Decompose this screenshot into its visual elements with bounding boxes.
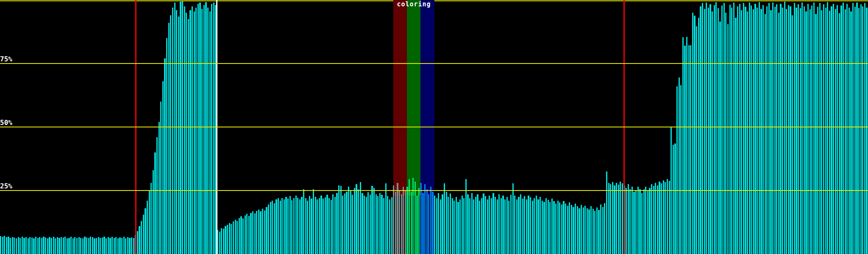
bar xyxy=(19,238,21,254)
bar xyxy=(162,81,164,254)
bar xyxy=(459,199,461,254)
bar xyxy=(260,211,261,254)
bar xyxy=(708,8,709,254)
bar xyxy=(823,4,824,254)
bar xyxy=(264,210,265,254)
bar xyxy=(285,197,287,254)
bar xyxy=(473,199,474,254)
bar xyxy=(813,3,815,254)
bar xyxy=(114,238,115,254)
bar xyxy=(184,6,185,254)
bar xyxy=(825,8,826,254)
bar xyxy=(415,182,416,254)
bar xyxy=(835,9,836,254)
bar xyxy=(637,187,639,254)
bar xyxy=(657,185,658,254)
bar xyxy=(604,203,605,254)
bar xyxy=(866,8,867,254)
bar xyxy=(714,5,715,254)
bar xyxy=(575,204,576,254)
bar xyxy=(485,196,486,254)
bar xyxy=(626,188,627,254)
bar xyxy=(18,237,19,254)
band-red xyxy=(393,0,407,196)
bar xyxy=(483,193,484,254)
bar xyxy=(61,237,62,254)
bar xyxy=(635,190,637,254)
bar xyxy=(352,195,353,254)
bar xyxy=(313,189,314,254)
bar xyxy=(78,237,80,254)
bar xyxy=(266,207,267,254)
bar xyxy=(608,183,609,254)
bar xyxy=(336,193,337,254)
bar xyxy=(778,13,779,254)
bar xyxy=(295,196,297,254)
bar xyxy=(659,182,660,254)
bar xyxy=(590,206,592,254)
bar xyxy=(143,215,144,254)
bar xyxy=(64,237,66,254)
bar xyxy=(629,189,631,254)
bar xyxy=(579,208,580,254)
bar xyxy=(854,7,856,254)
bar xyxy=(248,216,250,254)
histogram-canvas xyxy=(0,0,868,254)
bar xyxy=(745,7,746,254)
bar xyxy=(424,184,426,254)
bar xyxy=(245,215,246,254)
bar xyxy=(432,192,433,254)
bar xyxy=(682,37,684,254)
bar xyxy=(651,184,652,254)
bar xyxy=(328,198,330,254)
bar xyxy=(641,193,643,254)
bar xyxy=(411,192,412,254)
bar xyxy=(340,186,342,254)
bar xyxy=(305,198,306,254)
bar xyxy=(790,6,791,254)
bar xyxy=(706,3,707,254)
bar xyxy=(731,8,732,254)
bar xyxy=(463,198,465,254)
bar xyxy=(63,237,64,254)
bar xyxy=(364,196,365,254)
bar xyxy=(522,199,523,254)
bar xyxy=(127,237,128,254)
bar xyxy=(254,213,256,254)
bar xyxy=(188,19,189,254)
bar xyxy=(315,197,316,254)
bar xyxy=(67,238,68,254)
bar xyxy=(406,187,408,254)
bar xyxy=(117,238,119,254)
bar xyxy=(137,231,138,254)
bar xyxy=(174,3,175,254)
bar xyxy=(86,237,87,254)
bar xyxy=(444,183,445,254)
bar xyxy=(804,6,805,254)
bar xyxy=(299,199,300,254)
bar xyxy=(199,3,200,254)
bar xyxy=(475,197,476,254)
bar xyxy=(796,8,797,254)
bar xyxy=(236,221,238,254)
bar xyxy=(794,3,795,254)
bar xyxy=(14,237,15,254)
bar xyxy=(395,192,396,254)
bar xyxy=(674,144,676,254)
bar xyxy=(800,8,801,254)
bar xyxy=(401,194,402,254)
bar xyxy=(709,4,711,254)
bar xyxy=(768,3,770,254)
bar xyxy=(166,38,167,254)
bar xyxy=(287,199,289,254)
bar xyxy=(307,201,308,254)
bar xyxy=(807,4,809,254)
bar xyxy=(849,8,850,254)
bar xyxy=(98,237,99,254)
bar xyxy=(534,198,535,254)
gridline-50 xyxy=(0,127,868,127)
bar xyxy=(754,4,756,254)
bar xyxy=(176,10,177,254)
bar xyxy=(344,193,345,254)
bar xyxy=(160,102,161,254)
